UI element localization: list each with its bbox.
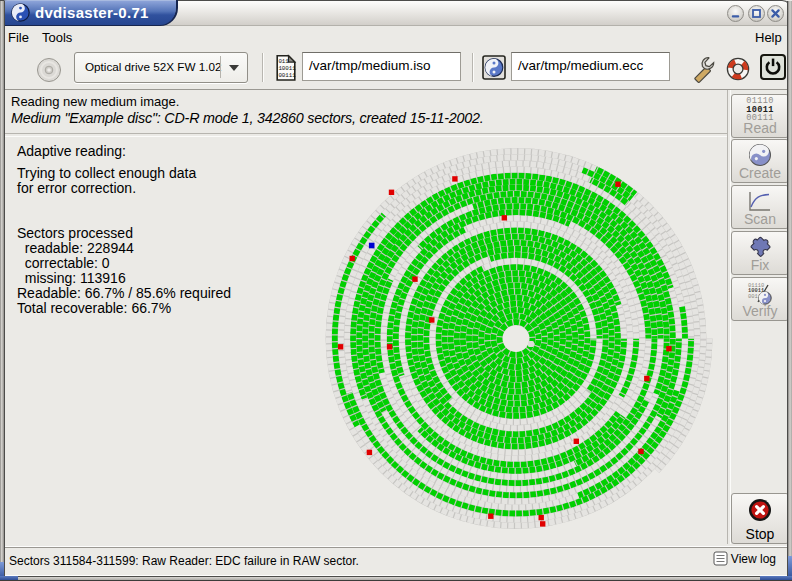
svg-text:00111: 00111 (278, 72, 296, 79)
svg-text:011: 011 (278, 58, 289, 65)
svg-text:10011: 10011 (278, 65, 296, 72)
